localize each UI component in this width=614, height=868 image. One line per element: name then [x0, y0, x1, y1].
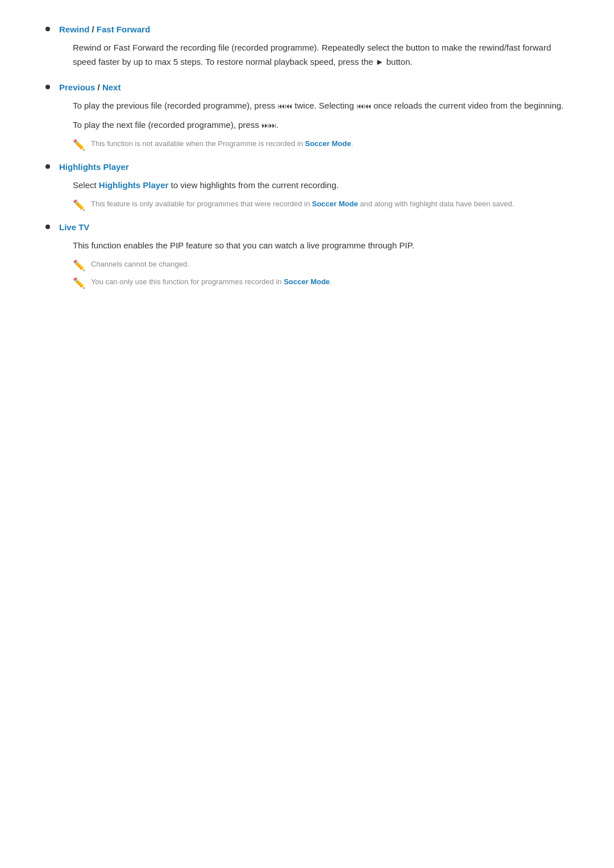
separator-1: / [92, 24, 97, 34]
section-body-previous-next: To play the previous file (recorded prog… [73, 99, 569, 152]
body-text-next: To play the next file (recorded programm… [73, 118, 569, 132]
note-text-highlights: This feature is only available for progr… [91, 198, 514, 210]
note-row-live-tv-1: ✏️ Channels cannot be changed. [73, 259, 569, 272]
bullet-dot [45, 27, 50, 31]
symbol-next: ⏭⏭ [262, 122, 276, 130]
body-text-live-tv: This function enables the PIP feature so… [73, 239, 569, 253]
link-soccer-mode-3[interactable]: Soccer Mode [284, 277, 330, 286]
note-text-previous-next: This function is not available when the … [91, 138, 353, 150]
bullet-dot-2 [45, 85, 50, 89]
section-previous-next: Previous / Next To play the previous fil… [45, 81, 569, 155]
section-heading-previous-next: Previous / Next [59, 81, 569, 94]
body-text-previous: To play the previous file (recorded prog… [73, 99, 569, 113]
note-icon-4: ✏️ [73, 277, 85, 289]
bullet-dot-4 [45, 225, 50, 229]
note-icon-3: ✏️ [73, 259, 85, 272]
section-body-highlights: Select Highlights Player to view highlig… [73, 178, 569, 211]
note-icon-2: ✏️ [73, 199, 85, 211]
link-soccer-mode-2[interactable]: Soccer Mode [312, 200, 358, 208]
note-row-highlights: ✏️ This feature is only available for pr… [73, 198, 569, 211]
section-highlights-player: Highlights Player Select Highlights Play… [45, 160, 569, 215]
symbol-prev-1: ⏮⏮ [277, 102, 292, 110]
section-body-rewind: Rewind or Fast Forward the recording fil… [73, 41, 569, 69]
bullet-dot-3 [45, 164, 50, 169]
section-rewind-fastforward: Rewind / Fast Forward Rewind or Fast For… [45, 23, 569, 75]
main-list: Rewind / Fast Forward Rewind or Fast For… [45, 23, 569, 293]
section-heading-rewind: Rewind / Fast Forward [59, 23, 569, 36]
note-row-previous-next: ✏️ This function is not available when t… [73, 138, 569, 151]
section-heading-highlights: Highlights Player [59, 160, 569, 174]
section-body-live-tv: This function enables the PIP feature so… [73, 239, 569, 289]
separator-2: / [98, 82, 102, 92]
symbol-prev-2: ⏮⏮ [356, 102, 371, 110]
link-previous[interactable]: Previous [59, 82, 95, 92]
section-live-tv: Live TV This function enables the PIP fe… [45, 221, 569, 293]
body-text-rewind: Rewind or Fast Forward the recording fil… [73, 41, 569, 69]
note-text-live-tv-2: You can only use this function for progr… [91, 276, 332, 288]
page-container: Rewind / Fast Forward Rewind or Fast For… [0, 0, 614, 333]
link-rewind[interactable]: Rewind [59, 24, 89, 34]
link-fastforward[interactable]: Fast Forward [97, 24, 150, 34]
link-soccer-mode-1[interactable]: Soccer Mode [305, 139, 351, 148]
note-icon-1: ✏️ [73, 139, 85, 151]
body-text-highlights: Select Highlights Player to view highlig… [73, 178, 569, 193]
link-next[interactable]: Next [102, 82, 121, 92]
note-row-live-tv-2: ✏️ You can only use this function for pr… [73, 276, 569, 289]
note-text-live-tv-1: Channels cannot be changed. [91, 259, 189, 271]
link-live-tv[interactable]: Live TV [59, 222, 89, 232]
section-heading-live-tv: Live TV [59, 221, 569, 234]
link-highlights-player-inline[interactable]: Highlights Player [99, 180, 169, 190]
link-highlights-player[interactable]: Highlights Player [59, 162, 129, 172]
